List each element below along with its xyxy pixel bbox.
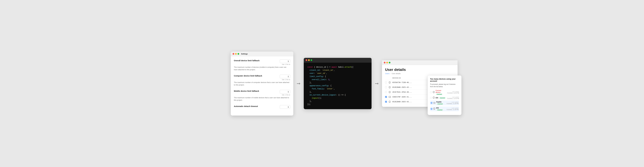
mobile-icon-3 — [389, 91, 390, 93]
modal-device-date-col-2: Last update 7/14/2022, 12:33 PM — [447, 96, 459, 99]
modal-device-date-1: 7/14/2022, 12:34 PM — [447, 92, 459, 94]
checkbox-box-3[interactable] — [385, 91, 387, 93]
settings-item-overall-desc: The maximum number of devices (mobile & … — [234, 66, 290, 71]
modal-device-badge-4: Attached — [436, 109, 443, 111]
settings-item-overall: Overall device limit fallback Use -1 for… — [234, 59, 290, 71]
modal-device-info-3: PadOS Attached — [436, 101, 445, 105]
settings-item-timeout: Automatic detach timeout — [234, 105, 290, 109]
modal-device-icon-2 — [433, 97, 434, 99]
device-icon-5 — [389, 101, 392, 103]
modal-radio-2[interactable] — [430, 97, 432, 99]
device-checkbox-2[interactable] — [385, 86, 389, 88]
svg-rect-14 — [434, 102, 435, 103]
modal-device-badge-3: Attached — [437, 103, 443, 105]
breadcrumb-separator: › — [390, 73, 391, 74]
settings-input-mobile[interactable] — [280, 90, 290, 94]
modal-device-date-2: 7/14/2022, 12:33 PM — [447, 98, 459, 99]
device-icon-3 — [389, 91, 392, 93]
mobile-icon-2 — [389, 86, 390, 88]
traffic-light-yellow[interactable] — [235, 53, 237, 55]
arrow1-icon: ➞ — [296, 81, 300, 86]
tablet-icon-4 — [389, 96, 391, 98]
device-checkbox-5[interactable] — [385, 101, 389, 103]
modal-device-badge-2: Attached — [439, 97, 446, 99]
svg-point-3 — [390, 88, 390, 88]
modal-device-row-2: iOS Attached Last update 7/14/2022, 12:3… — [430, 96, 459, 99]
col-device-id-label: Device ID — [392, 77, 401, 79]
modal-radio-4[interactable] — [430, 108, 432, 110]
checkbox-box-1[interactable] — [385, 82, 387, 83]
settings-window: Settings Overall device limit fallback U… — [231, 52, 293, 116]
code-line-7: appearance_config: { — [308, 84, 368, 87]
code-line-5: overall_limit: 2, — [308, 78, 368, 81]
modal-mobile-icon-4 — [434, 108, 435, 110]
breadcrumb-parent[interactable]: Users — [385, 73, 390, 74]
modal-device-date-col-4: Last update 7/13/2022, 11:39 PM — [446, 108, 458, 110]
ud-traffic-light-red[interactable] — [384, 62, 386, 63]
modal-radio-1[interactable] — [430, 91, 432, 93]
settings-input-computer[interactable] — [280, 75, 290, 78]
modal-device-icon-1 — [433, 91, 434, 93]
traffic-light-green[interactable] — [238, 53, 239, 55]
code-line-9: }, — [308, 91, 368, 94]
modal-device-info-4: iOS Attached — [436, 107, 445, 111]
settings-input-timeout[interactable] — [280, 105, 290, 109]
settings-item-overall-left: Overall device limit fallback — [234, 59, 260, 62]
checkbox-box-4[interactable] — [385, 96, 387, 98]
settings-item-mobile-input-wrapper: Use -1 for un — [280, 90, 290, 96]
code-line-10: on_current_device_logout: () => { — [308, 94, 368, 97]
code-line-2: client_id: `client_id`, — [308, 69, 368, 72]
settings-item-mobile-header: Mobile device limit fallback Use -1 for … — [234, 90, 290, 96]
arrow1-container: ➞ — [293, 81, 304, 86]
checkbox-box-5[interactable] — [385, 101, 387, 103]
settings-content: Overall device limit fallback Use -1 for… — [231, 56, 293, 116]
settings-item-computer: Computer device limit fallback Use -1 fo… — [234, 75, 290, 86]
modal-device-name-4: iOS — [436, 107, 439, 109]
settings-item-timeout-input-wrapper — [280, 105, 290, 109]
mobile-icon-1 — [389, 82, 390, 83]
code-traffic-light-yellow[interactable] — [308, 59, 310, 61]
checkbox-box-2[interactable] — [385, 86, 387, 88]
settings-input-overall[interactable] — [280, 59, 290, 63]
breadcrumb: Users › User details — [385, 73, 454, 74]
code-traffic-light-red[interactable] — [306, 59, 307, 61]
modal-radio-3[interactable] — [430, 102, 432, 104]
settings-item-overall-title: Overall device limit fallback — [234, 59, 260, 62]
code-line-4: limit_config: { — [308, 75, 368, 78]
user-details-window: User details Users › User details Device… — [382, 60, 458, 107]
code-window: const { device_id } = await Sabil.attach… — [304, 58, 372, 109]
settings-item-computer-header: Computer device limit fallback Use -1 fo… — [234, 75, 290, 80]
too-many-devices-modal: Too many devices using your account To p… — [428, 75, 462, 115]
settings-item-mobile-title: Mobile device limit fallback — [234, 90, 259, 92]
modal-device-name-2: iOS — [436, 97, 438, 99]
traffic-light-red[interactable] — [232, 53, 234, 55]
code-line-3: user: `user_id`, — [308, 72, 368, 75]
settings-item-computer-left: Computer device limit fallback — [234, 75, 262, 77]
code-titlebar — [304, 58, 372, 62]
modal-device-date-col-1: Last update 7/14/2022, 12:34 PM — [447, 91, 459, 94]
svg-point-13 — [434, 98, 434, 98]
settings-item-overall-input-wrapper: Use -1 for un — [280, 59, 290, 65]
modal-device-label-2: Last update — [447, 96, 459, 98]
settings-item-timeout-left: Automatic detach timeout — [234, 105, 258, 107]
code-line-1: const { device_id } = await Sabil.attach… — [308, 66, 368, 69]
code-traffic-light-green[interactable] — [310, 59, 312, 61]
modal-device-row-1: Current device Attached Last update 7/14… — [430, 90, 459, 95]
ud-traffic-light-yellow[interactable] — [386, 62, 388, 63]
svg-point-9 — [390, 102, 390, 102]
device-checkbox-1[interactable] — [385, 82, 389, 83]
device-checkbox-4[interactable] — [385, 96, 389, 98]
check-icon-4 — [385, 96, 387, 97]
arrow2-container: ➞ — [372, 81, 382, 86]
modal-device-date-4: 7/13/2022, 11:39 PM — [446, 109, 458, 110]
settings-item-mobile: Mobile device limit fallback Use -1 for … — [234, 90, 290, 102]
modal-device-label-4: Last update — [446, 108, 458, 109]
ud-traffic-light-green[interactable] — [389, 62, 390, 63]
svg-rect-12 — [433, 97, 434, 98]
modal-device-badge-1: Attached — [436, 94, 442, 95]
modal-device-name-1: Current device — [436, 90, 441, 93]
modal-device-icon-3 — [434, 102, 435, 104]
device-checkbox-3[interactable] — [385, 91, 389, 93]
modal-device-info-2: iOS Attached — [436, 97, 446, 99]
settings-item-computer-input-wrapper: Use -1 for un — [280, 75, 290, 80]
